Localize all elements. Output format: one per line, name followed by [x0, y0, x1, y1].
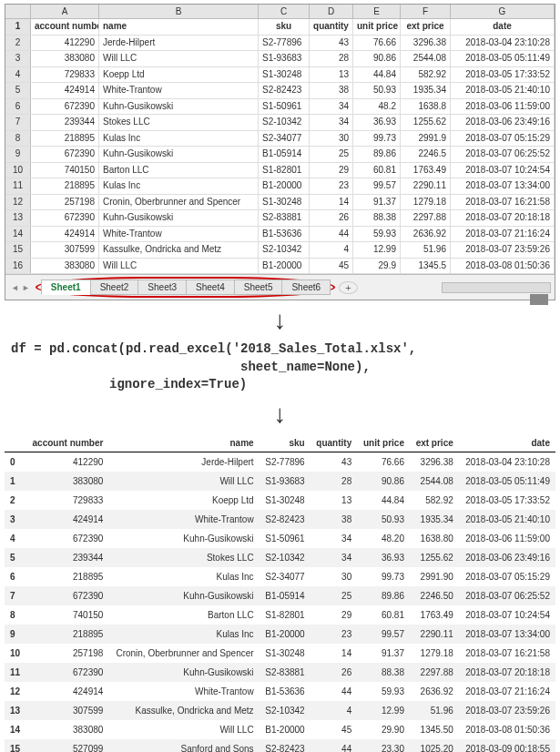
- cell[interactable]: 1763.49: [401, 163, 451, 178]
- row-number[interactable]: 8: [5, 131, 31, 147]
- cell[interactable]: 582.92: [401, 67, 451, 83]
- cell[interactable]: 45: [310, 259, 353, 274]
- row-number[interactable]: 6: [5, 99, 31, 115]
- cell[interactable]: S2-77896: [259, 36, 310, 51]
- sheet-tab-3[interactable]: Sheet3: [137, 279, 187, 295]
- cell[interactable]: 218895: [31, 178, 99, 194]
- cell[interactable]: 3296.38: [401, 36, 451, 51]
- cell[interactable]: S2-82423: [259, 83, 310, 98]
- cell[interactable]: 2018-03-07 16:21:58: [451, 195, 555, 210]
- cell[interactable]: 2018-03-08 01:50:36: [451, 259, 555, 274]
- sheet-tab-6[interactable]: Sheet6: [281, 279, 331, 295]
- cell[interactable]: S1-30248: [259, 195, 310, 210]
- cell[interactable]: Will LLC: [99, 259, 259, 274]
- cell[interactable]: 2018-03-07 13:34:00: [451, 178, 555, 194]
- cell[interactable]: 29.9: [353, 259, 401, 274]
- cell[interactable]: 2018-03-06 11:59:00: [451, 99, 555, 115]
- cell[interactable]: 13: [310, 67, 353, 83]
- cell[interactable]: 51.96: [401, 242, 451, 258]
- cell[interactable]: B1-53636: [259, 227, 310, 242]
- cell[interactable]: S1-30248: [259, 67, 310, 83]
- row-number[interactable]: 16: [5, 259, 31, 274]
- row-number[interactable]: 2: [5, 36, 31, 51]
- col-header-A[interactable]: A: [31, 5, 99, 19]
- cell[interactable]: 672390: [31, 99, 99, 115]
- cell[interactable]: B1-20000: [259, 178, 310, 194]
- cell[interactable]: 99.73: [353, 131, 401, 147]
- cell[interactable]: 1255.62: [401, 115, 451, 130]
- cell[interactable]: Jerde-Hilpert: [99, 36, 259, 51]
- cell[interactable]: 2018-03-07 06:25:52: [451, 147, 555, 162]
- cell[interactable]: quantity: [310, 19, 353, 35]
- sheet-tab-5[interactable]: Sheet5: [234, 279, 283, 295]
- cell[interactable]: 44: [310, 227, 353, 242]
- cell[interactable]: 2018-03-07 10:24:54: [451, 163, 555, 178]
- cell[interactable]: 729833: [31, 67, 99, 83]
- horizontal-scrollbar[interactable]: [442, 282, 551, 293]
- excel-corner[interactable]: [5, 5, 31, 19]
- cell[interactable]: Koepp Ltd: [99, 67, 259, 83]
- cell[interactable]: date: [451, 19, 555, 35]
- row-number[interactable]: 11: [5, 178, 31, 194]
- cell[interactable]: 90.86: [353, 51, 401, 66]
- col-header-F[interactable]: F: [401, 5, 451, 19]
- cell[interactable]: 424914: [31, 227, 99, 242]
- cell[interactable]: 2018-03-07 23:59:26: [451, 242, 555, 258]
- row-number[interactable]: 13: [5, 210, 31, 226]
- cell[interactable]: 88.38: [353, 210, 401, 226]
- row-number[interactable]: 1: [5, 19, 31, 35]
- cell[interactable]: 43: [310, 36, 353, 51]
- cell[interactable]: 76.66: [353, 36, 401, 51]
- row-number[interactable]: 3: [5, 51, 31, 66]
- cell[interactable]: sku: [259, 19, 310, 35]
- row-number[interactable]: 9: [5, 147, 31, 162]
- cell[interactable]: 2018-03-07 20:18:18: [451, 210, 555, 226]
- tab-nav-first-icon[interactable]: ◄: [11, 283, 19, 292]
- cell[interactable]: 99.57: [353, 178, 401, 194]
- cell[interactable]: S2-83881: [259, 210, 310, 226]
- cell[interactable]: Kulas Inc: [99, 178, 259, 194]
- cell[interactable]: Will LLC: [99, 51, 259, 66]
- cell[interactable]: 2018-03-07 21:16:24: [451, 227, 555, 242]
- cell[interactable]: 412290: [31, 36, 99, 51]
- tab-nav-next-icon[interactable]: ►: [22, 283, 30, 292]
- cell[interactable]: 424914: [31, 83, 99, 98]
- cell[interactable]: White-Trantow: [99, 83, 259, 98]
- row-number[interactable]: 4: [5, 67, 31, 83]
- col-header-E[interactable]: E: [353, 5, 401, 19]
- cell[interactable]: 239344: [31, 115, 99, 130]
- cell[interactable]: 26: [310, 210, 353, 226]
- cell[interactable]: 672390: [31, 210, 99, 226]
- cell[interactable]: S1-82801: [259, 163, 310, 178]
- cell[interactable]: 34: [310, 99, 353, 115]
- row-number[interactable]: 10: [5, 163, 31, 178]
- cell[interactable]: S1-93683: [259, 51, 310, 66]
- sheet-tab-2[interactable]: Sheet2: [90, 279, 139, 295]
- row-number[interactable]: 5: [5, 83, 31, 98]
- cell[interactable]: 2018-03-05 05:11:49: [451, 51, 555, 66]
- cell[interactable]: 740150: [31, 163, 99, 178]
- cell[interactable]: Kuhn-Gusikowski: [99, 99, 259, 115]
- cell[interactable]: 2018-03-05 17:33:52: [451, 67, 555, 83]
- cell[interactable]: Kuhn-Gusikowski: [99, 210, 259, 226]
- cell[interactable]: Cronin, Oberbrunner and Spencer: [99, 195, 259, 210]
- cell[interactable]: 2544.08: [401, 51, 451, 66]
- cell[interactable]: 2297.88: [401, 210, 451, 226]
- cell[interactable]: 44.84: [353, 67, 401, 83]
- cell[interactable]: 1935.34: [401, 83, 451, 98]
- cell[interactable]: 2018-03-05 21:40:10: [451, 83, 555, 98]
- cell[interactable]: name: [99, 19, 259, 35]
- excel-grid[interactable]: 1account numbernameskuquantityunit price…: [5, 19, 555, 274]
- cell[interactable]: 59.93: [353, 227, 401, 242]
- cell[interactable]: Barton LLC: [99, 163, 259, 178]
- cell[interactable]: 30: [310, 131, 353, 147]
- cell[interactable]: 2991.9: [401, 131, 451, 147]
- cell[interactable]: S1-50961: [259, 99, 310, 115]
- col-header-D[interactable]: D: [310, 5, 353, 19]
- cell[interactable]: S2-10342: [259, 242, 310, 258]
- col-header-G[interactable]: G: [451, 5, 555, 19]
- cell[interactable]: 38: [310, 83, 353, 98]
- cell[interactable]: 383080: [31, 259, 99, 274]
- cell[interactable]: 23: [310, 178, 353, 194]
- cell[interactable]: 1279.18: [401, 195, 451, 210]
